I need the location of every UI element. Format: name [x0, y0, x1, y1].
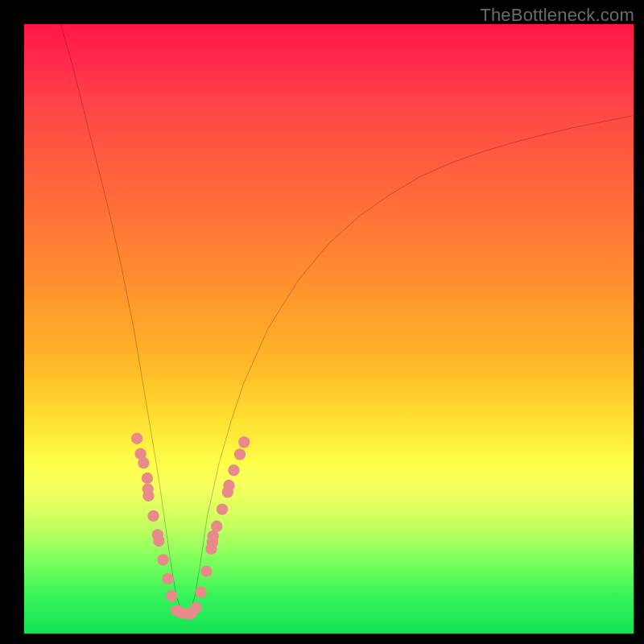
watermark-text: TheBottleneck.com	[480, 5, 634, 26]
highlight-dot	[211, 521, 222, 532]
highlight-dots-group	[131, 433, 250, 620]
bottleneck-curve-svg	[24, 24, 634, 634]
highlight-dot	[190, 602, 201, 613]
highlight-dot	[166, 590, 177, 601]
bottleneck-curve-path	[60, 24, 634, 614]
highlight-dot	[142, 490, 154, 502]
highlight-dot	[138, 457, 149, 469]
highlight-dot	[142, 473, 153, 484]
highlight-dot	[217, 503, 228, 514]
highlight-dot	[228, 464, 239, 476]
highlight-dot	[200, 566, 212, 577]
highlight-dot	[195, 586, 206, 597]
highlight-dot	[223, 480, 234, 491]
highlight-dot	[157, 554, 168, 565]
highlight-dot	[131, 433, 142, 444]
plot-area	[24, 24, 634, 634]
highlight-dot	[234, 448, 246, 460]
highlight-dot	[153, 535, 164, 547]
chart-frame: TheBottleneck.com	[0, 0, 644, 644]
highlight-dot	[147, 510, 159, 522]
highlight-dot	[162, 573, 173, 584]
highlight-dot	[238, 436, 250, 448]
